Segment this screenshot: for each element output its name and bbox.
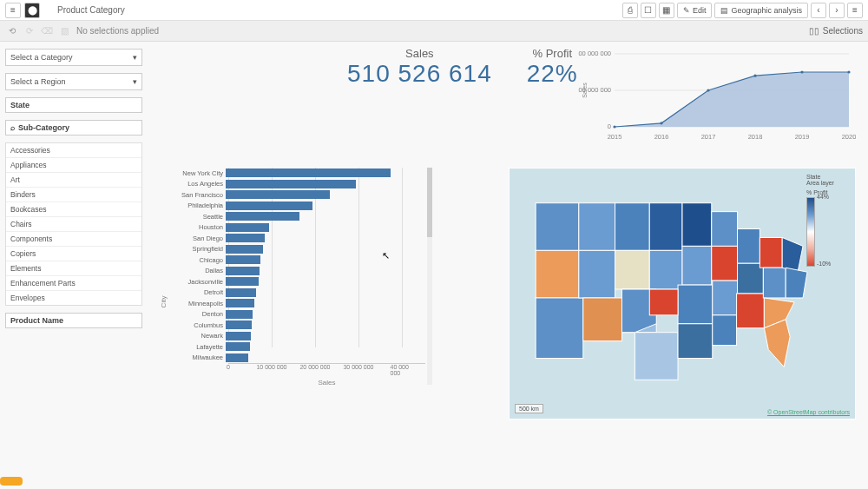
bar-row[interactable]: Denton [174, 309, 425, 320]
legend-gradient [806, 197, 815, 267]
next-sheet-button[interactable]: › [829, 3, 845, 18]
step-forward-icon[interactable]: ⟳ [23, 24, 36, 38]
svg-text:2020: 2020 [842, 133, 856, 141]
bar-scrollbar[interactable] [427, 168, 432, 385]
bar-row[interactable]: Los Angeles [174, 179, 425, 190]
svg-rect-25 [615, 203, 650, 251]
bar-row[interactable]: Minneapolis [174, 298, 425, 309]
svg-text:Sales: Sales [582, 83, 588, 98]
bar-row[interactable]: Milwaukee [174, 353, 425, 364]
list-item[interactable]: Chairs [6, 217, 141, 232]
svg-rect-36 [712, 212, 738, 247]
kpi-profit[interactable]: % Profit 22% [527, 47, 578, 88]
sales-by-year-linechart[interactable]: 0100 000 000200 000 00020152016201720182… [578, 47, 856, 142]
svg-text:200 000 000: 200 000 000 [578, 50, 611, 57]
bar-label: Houston [174, 223, 226, 231]
bar-row[interactable]: San Diego [174, 233, 425, 244]
bar [226, 320, 252, 329]
bar-xlabel: Sales [228, 379, 425, 387]
svg-text:2019: 2019 [795, 133, 810, 141]
bar [226, 255, 260, 264]
svg-rect-28 [635, 333, 678, 380]
sheets-icon[interactable]: ▦ [659, 3, 674, 18]
bar [226, 354, 248, 362]
bar-row[interactable]: Philadelphia [174, 201, 425, 212]
sales-by-city-barchart[interactable]: City New York CityLos AngelesSan Francis… [174, 168, 425, 428]
bar [226, 234, 265, 242]
list-item[interactable]: Envelopes [6, 291, 141, 305]
svg-rect-32 [682, 203, 712, 247]
svg-point-7 [660, 122, 662, 124]
breadcrumb[interactable]: Product Category [57, 5, 125, 15]
list-item[interactable]: Enhancement Parts [6, 276, 141, 291]
edit-button[interactable]: ✎ Edit [677, 3, 713, 18]
list-item[interactable]: Accessories [6, 143, 141, 158]
bar [226, 332, 251, 340]
bar-row[interactable]: Houston [174, 222, 425, 234]
list-item[interactable]: Components [6, 232, 141, 247]
step-back-icon[interactable]: ⟲ [5, 24, 19, 38]
svg-rect-24 [583, 298, 622, 341]
menu-icon[interactable]: ≡ [5, 3, 21, 18]
clear-selections-icon[interactable]: ⌫ [40, 24, 54, 38]
chevron-down-icon: ▾ [133, 53, 137, 62]
bar-row[interactable]: Jacksonville [174, 276, 425, 287]
region-dropdown[interactable]: Select a Region ▾ [5, 73, 142, 90]
bottom-accent-tab [0, 477, 23, 486]
map-attribution-link[interactable]: © OpenStreetMap contributors [767, 409, 850, 415]
top-toolbar: ≡ ⬤ Product Category ⎙ ☐ ▦ ✎ Edit ▤ Geog… [0, 0, 868, 21]
pencil-icon: ✎ [683, 6, 690, 15]
sheet-nav-button[interactable]: ▤ Geographic analysis [714, 3, 808, 18]
bar-row[interactable]: Newark [174, 331, 425, 342]
subcategory-label: Sub-Category [18, 123, 69, 132]
selection-tool-icon[interactable]: ▧ [57, 24, 71, 38]
global-nav-icon[interactable]: ⬤ [24, 3, 40, 18]
list-item[interactable]: Appliances [6, 158, 141, 173]
bar-row[interactable]: Dallas [174, 266, 425, 277]
bar-row[interactable]: Seattle [174, 211, 425, 222]
list-item[interactable]: Art [6, 173, 141, 188]
svg-text:2015: 2015 [608, 133, 622, 141]
svg-rect-43 [760, 237, 782, 268]
svg-rect-22 [579, 203, 615, 251]
subcategory-header[interactable]: ⌕ Sub-Category [5, 120, 142, 135]
svg-text:0: 0 [608, 122, 611, 130]
bar-row[interactable]: Chicago [174, 254, 425, 266]
bar-label: Dallas [174, 267, 226, 274]
state-filter-header[interactable]: State [5, 97, 142, 113]
more-menu-icon[interactable]: ≡ [847, 3, 863, 18]
svg-rect-44 [763, 268, 786, 298]
bar-row[interactable]: Columbus [174, 320, 425, 331]
bar [226, 288, 256, 297]
product-name-filter-header[interactable]: Product Name [5, 313, 142, 328]
scroll-thumb[interactable] [427, 168, 432, 237]
category-dropdown[interactable]: Select a Category ▾ [5, 49, 142, 66]
bar-label: Seattle [174, 213, 226, 221]
selection-tools: ⟲ ⟳ ⌫ ▧ [5, 24, 71, 38]
profit-by-state-map[interactable]: 500 km © OpenStreetMap contributors Stat… [509, 168, 856, 420]
bar-row[interactable]: Lafayette [174, 341, 425, 353]
svg-marker-46 [782, 237, 803, 272]
notes-icon[interactable]: ⎙ [622, 3, 638, 18]
svg-rect-40 [738, 229, 760, 264]
bar-row[interactable]: Detroit [174, 287, 425, 299]
bar-row[interactable]: Springfield [174, 244, 425, 255]
selections-panel-toggle[interactable]: ▯▯ Selections [809, 26, 863, 36]
list-item[interactable]: Binders [6, 188, 141, 202]
list-item[interactable]: Elements [6, 261, 141, 276]
bar-row[interactable]: San Francisco [174, 189, 425, 201]
bar-label: Milwaukee [174, 354, 226, 361]
svg-rect-37 [712, 246, 738, 281]
kpi-sales[interactable]: Sales 510 526 614 [347, 47, 492, 88]
prev-sheet-button[interactable]: ‹ [811, 3, 826, 18]
bookmark-icon[interactable]: ☐ [641, 3, 656, 18]
selections-bar: ⟲ ⟳ ⌫ ▧ No selections applied ▯▯ Selecti… [0, 21, 868, 42]
svg-text:2018: 2018 [748, 133, 763, 141]
bar [226, 299, 254, 307]
list-item[interactable]: Bookcases [6, 202, 141, 217]
sheet-label: Geographic analysis [731, 6, 802, 15]
bar-row[interactable]: New York City [174, 168, 425, 179]
list-item[interactable]: Copiers [6, 247, 141, 261]
sheet-icon: ▤ [720, 6, 728, 15]
svg-text:2017: 2017 [701, 133, 716, 141]
